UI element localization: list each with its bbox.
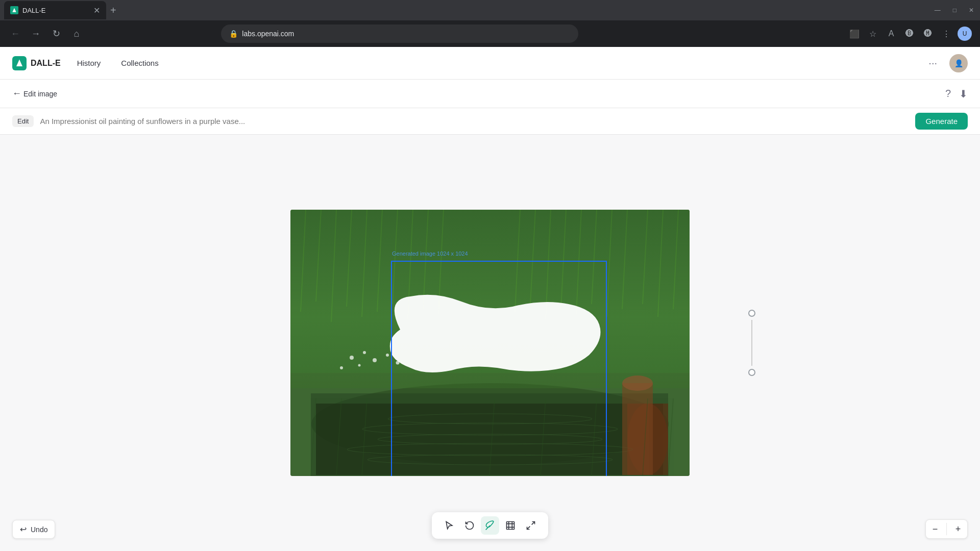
browser-chrome: DALL-E ✕ + — □ ✕ ← → ↻ ⌂ 🔒 labs.openai.c… <box>0 0 980 47</box>
tab-favicon <box>10 6 18 14</box>
extension-1-icon[interactable]: A <box>884 27 898 41</box>
main-content: Generated image 1024 x 1024 ↩ Undo <box>0 135 980 551</box>
reload-button[interactable]: ↻ <box>49 27 63 41</box>
edit-bar-right: ? ⬇ <box>945 88 968 100</box>
app-nav: DALL-E History Collections ··· 👤 <box>0 47 980 80</box>
svg-point-43 <box>622 375 653 391</box>
zoom-divider <box>946 523 947 535</box>
nav-collections-link[interactable]: Collections <box>117 57 162 69</box>
svg-rect-5 <box>316 404 663 475</box>
svg-point-36 <box>358 364 361 367</box>
prompt-bar: Edit Generate <box>0 108 980 135</box>
frame-tool-button[interactable] <box>501 516 520 535</box>
extension-2-icon[interactable]: 🅑 <box>902 27 917 41</box>
generate-button[interactable]: Generate <box>915 113 968 130</box>
slider-track <box>751 320 752 366</box>
active-tab[interactable]: DALL-E ✕ <box>4 1 106 19</box>
undo-button[interactable]: ↩ Undo <box>12 520 55 539</box>
lock-icon: 🔒 <box>229 30 238 38</box>
svg-point-31 <box>363 351 366 354</box>
more-tools-icon[interactable]: ⋮ <box>939 27 953 41</box>
extensions-icon[interactable]: ⬛ <box>847 27 862 41</box>
tab-bar: DALL-E ✕ + — □ ✕ <box>0 0 980 20</box>
browser-toolbar-icons: ⬛ ☆ A 🅑 🅜 ⋮ U <box>847 27 972 41</box>
svg-point-35 <box>340 366 343 369</box>
home-button[interactable]: ⌂ <box>69 27 84 41</box>
browser-avatar[interactable]: U <box>958 27 972 41</box>
tab-title: DALL-E <box>22 7 89 14</box>
brush-mask-svg <box>370 289 609 388</box>
help-icon[interactable]: ? <box>945 88 951 99</box>
new-tab-button[interactable]: + <box>108 3 118 18</box>
prompt-input[interactable] <box>40 117 909 126</box>
edit-title: Edit image <box>23 90 57 98</box>
select-tool-button[interactable] <box>440 516 458 535</box>
svg-point-30 <box>350 356 354 360</box>
maximize-button[interactable]: □ <box>951 7 959 14</box>
minimize-button[interactable]: — <box>933 7 943 14</box>
app-logo: DALL-E <box>12 56 61 70</box>
zoom-out-button[interactable]: − <box>926 520 944 538</box>
logo-icon <box>12 56 27 70</box>
app-container: DALL-E History Collections ··· 👤 ← Edit … <box>0 47 980 551</box>
back-button[interactable]: ← Edit image <box>12 88 57 99</box>
nav-history-link[interactable]: History <box>73 57 105 69</box>
white-brush-mask <box>370 289 609 388</box>
svg-rect-52 <box>507 522 514 530</box>
canvas-scene[interactable]: Generated image 1024 x 1024 <box>290 210 690 476</box>
url-text: labs.openai.com <box>242 30 294 38</box>
nav-more-button[interactable]: ··· <box>928 57 937 69</box>
zoom-controls: − + <box>925 519 968 539</box>
zoom-in-button[interactable]: + <box>949 520 967 538</box>
tab-close-button[interactable]: ✕ <box>93 6 100 15</box>
address-bar: ← → ↻ ⌂ 🔒 labs.openai.com ⬛ ☆ A 🅑 🅜 ⋮ U <box>0 20 980 47</box>
url-bar[interactable]: 🔒 labs.openai.com <box>221 24 578 43</box>
brush-tool-button[interactable] <box>481 516 499 535</box>
undo-tool-button[interactable] <box>460 516 479 535</box>
edit-badge: Edit <box>12 115 34 127</box>
back-arrow-icon: ← <box>12 88 21 99</box>
bookmark-icon[interactable]: ☆ <box>866 27 880 41</box>
edit-bar: ← Edit image ? ⬇ <box>0 80 980 108</box>
extension-3-icon[interactable]: 🅜 <box>921 27 935 41</box>
undo-icon: ↩ <box>20 524 27 534</box>
app-logo-text: DALL-E <box>31 59 61 68</box>
bottom-toolbar <box>432 512 548 539</box>
brush-size-slider[interactable] <box>748 310 755 376</box>
nav-user-avatar[interactable]: 👤 <box>949 54 968 72</box>
download-icon[interactable]: ⬇ <box>959 88 968 100</box>
svg-rect-42 <box>622 383 653 475</box>
close-button[interactable]: ✕ <box>967 7 976 14</box>
window-controls: — □ ✕ <box>933 7 976 14</box>
slider-bottom-handle[interactable] <box>748 369 755 376</box>
back-nav-button[interactable]: ← <box>8 27 22 41</box>
expand-tool-button[interactable] <box>522 516 540 535</box>
forward-nav-button[interactable]: → <box>29 27 43 41</box>
undo-label: Undo <box>31 525 47 534</box>
slider-top-handle[interactable] <box>748 310 755 317</box>
